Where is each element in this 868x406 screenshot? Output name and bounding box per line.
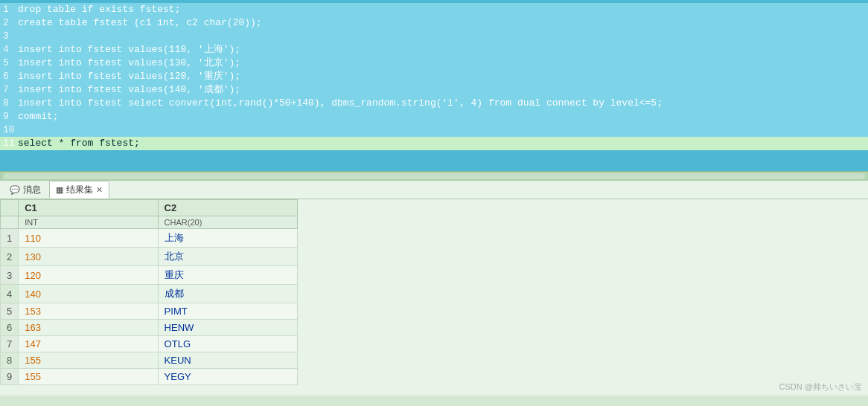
table-icon: ▦ (56, 185, 63, 195)
horizontal-scrollbar[interactable] (0, 171, 868, 180)
row-type-corner (1, 216, 19, 229)
line-number: 1 (3, 3, 15, 16)
row-number: 7 (1, 336, 19, 352)
line-number: 11 (3, 137, 15, 150)
tab-label: 消息 (23, 184, 41, 196)
cell-c1: 130 (19, 248, 158, 266)
line-content: insert into fstest values(130, '北京'); (18, 57, 240, 70)
table-row: 3120重庆 (1, 266, 298, 285)
table-row: 1110上海 (1, 229, 298, 248)
line-content: insert into fstest values(140, '成都'); (18, 83, 240, 97)
table-row: 6163HENW (1, 320, 298, 336)
line-content: select * from fstest; (18, 137, 140, 150)
line-number: 6 (3, 70, 15, 83)
line-number: 10 (3, 123, 15, 137)
code-line: 7insert into fstest values(140, '成都'); (0, 83, 868, 97)
row-number: 2 (1, 248, 19, 266)
table-row: 2130北京 (1, 248, 298, 266)
line-content: insert into fstest select convert(int,ra… (18, 97, 663, 110)
scrollbar-track[interactable] (3, 173, 865, 179)
line-content: commit; (18, 110, 59, 123)
column-type-c2: CHAR(20) (158, 216, 297, 229)
cell-c1: 155 (19, 352, 158, 369)
code-line: 10 (0, 123, 868, 137)
code-line: 6insert into fstest values(120, '重庆'); (0, 70, 868, 83)
cell-c1: 120 (19, 266, 158, 285)
cell-c2: YEGY (158, 369, 297, 385)
table-row: 4140成都 (1, 285, 298, 303)
results-table: C1C2INTCHAR(20)1110上海2130北京3120重庆4140成都5… (0, 199, 298, 385)
cell-c1: 140 (19, 285, 158, 303)
row-number: 4 (1, 285, 19, 303)
tab-消息[interactable]: 💬消息 (3, 181, 48, 199)
line-content: drop table if exists fstest; (18, 3, 180, 16)
line-number: 9 (3, 110, 15, 123)
tabs-bar: 💬消息▦结果集✕ (0, 180, 868, 199)
code-line: 11select * from fstest; (0, 137, 868, 150)
row-number: 8 (1, 352, 19, 369)
tab-结果集[interactable]: ▦结果集✕ (49, 181, 109, 199)
results-area[interactable]: C1C2INTCHAR(20)1110上海2130北京3120重庆4140成都5… (0, 199, 868, 385)
bottom-container: 💬消息▦结果集✕ C1C2INTCHAR(20)1110上海2130北京3120… (0, 180, 868, 396)
line-number: 4 (3, 43, 15, 57)
code-line: 8insert into fstest select convert(int,r… (0, 97, 868, 110)
column-header-c1: C1 (19, 200, 158, 216)
line-content: insert into fstest values(110, '上海'); (18, 43, 240, 57)
table-row: 7147OTLG (1, 336, 298, 352)
table-row: 8155KEUN (1, 352, 298, 369)
column-header-c2: C2 (158, 200, 297, 216)
cell-c2: OTLG (158, 336, 297, 352)
row-number-header (1, 200, 19, 216)
line-number: 7 (3, 83, 15, 97)
row-number: 3 (1, 266, 19, 285)
code-lines: 1drop table if exists fstest;2create tab… (0, 3, 868, 150)
line-number: 3 (3, 30, 15, 43)
editor-area: 1drop table if exists fstest;2create tab… (0, 0, 868, 171)
cell-c2: 成都 (158, 285, 297, 303)
code-line: 5insert into fstest values(130, '北京'); (0, 57, 868, 70)
code-line: 4insert into fstest values(110, '上海'); (0, 43, 868, 57)
line-number: 8 (3, 97, 15, 110)
cell-c1: 153 (19, 303, 158, 320)
line-number: 2 (3, 16, 15, 30)
row-number: 9 (1, 369, 19, 385)
msg-icon: 💬 (10, 185, 20, 195)
tab-close-icon[interactable]: ✕ (96, 185, 103, 195)
code-line: 3 (0, 30, 868, 43)
code-line: 1drop table if exists fstest; (0, 3, 868, 16)
code-line: 9commit; (0, 110, 868, 123)
line-number: 5 (3, 57, 15, 70)
watermark: CSDN @帅ちいさい宝 (779, 381, 862, 393)
cell-c2: KEUN (158, 352, 297, 369)
row-number: 6 (1, 320, 19, 336)
table-row: 9155YEGY (1, 369, 298, 385)
cell-c1: 147 (19, 336, 158, 352)
cell-c2: 重庆 (158, 266, 297, 285)
row-number: 5 (1, 303, 19, 320)
cell-c2: PIMT (158, 303, 297, 320)
tab-label: 结果集 (66, 184, 93, 196)
row-number: 1 (1, 229, 19, 248)
cell-c2: 上海 (158, 229, 297, 248)
cell-c2: HENW (158, 320, 297, 336)
cell-c1: 110 (19, 229, 158, 248)
code-line: 2create table fstest (c1 int, c2 char(20… (0, 16, 868, 30)
cell-c1: 155 (19, 369, 158, 385)
column-type-c1: INT (19, 216, 158, 229)
cell-c1: 163 (19, 320, 158, 336)
table-row: 5153PIMT (1, 303, 298, 320)
line-content: insert into fstest values(120, '重庆'); (18, 70, 240, 83)
cell-c2: 北京 (158, 248, 297, 266)
line-content: create table fstest (c1 int, c2 char(20)… (18, 16, 262, 30)
